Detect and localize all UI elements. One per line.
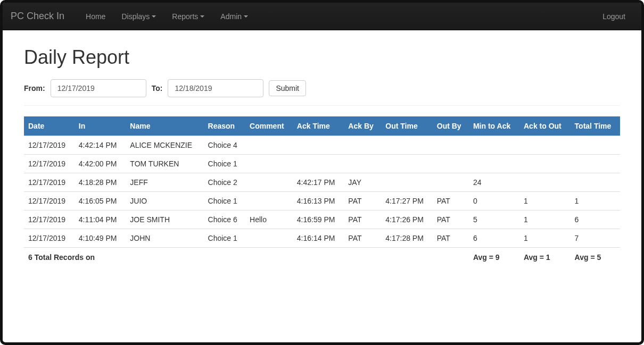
- cell-ack_time: [293, 155, 344, 173]
- cell-in: 4:10:49 PM: [75, 229, 126, 248]
- cell-total_time: 6: [571, 211, 620, 229]
- cell-ack_by: PAT: [344, 229, 381, 248]
- cell-out_time: [381, 173, 433, 192]
- cell-min_to_ack: 6: [469, 229, 519, 248]
- cell-min_to_ack: [469, 155, 519, 173]
- cell-reason: Choice 1: [204, 229, 246, 248]
- cell-comment: [245, 192, 293, 211]
- cell-ack_to_out: 1: [519, 211, 571, 229]
- table-header-row: DateInNameReasonCommentAck TimeAck ByOut…: [24, 116, 620, 136]
- page-title: Daily Report: [24, 46, 620, 69]
- cell-in: 4:11:04 PM: [75, 211, 126, 229]
- nav-link-displays[interactable]: Displays: [113, 4, 164, 29]
- nav-link-reports[interactable]: Reports: [164, 4, 212, 29]
- cell-comment: [245, 173, 293, 192]
- caret-down-icon: [152, 15, 156, 18]
- from-date-input[interactable]: [51, 79, 146, 97]
- cell-ack_time: 4:42:17 PM: [293, 173, 344, 192]
- navbar-brand[interactable]: PC Check In: [11, 3, 72, 30]
- navbar-left: PC Check In HomeDisplays Reports Admin: [11, 3, 256, 30]
- to-date-input[interactable]: [168, 79, 263, 97]
- cell-date: 12/17/2019: [24, 192, 75, 211]
- col-header: Ack to Out: [519, 116, 571, 136]
- cell-out_by: PAT: [433, 192, 469, 211]
- to-label: To:: [152, 84, 163, 92]
- cell-ack_by: PAT: [344, 211, 381, 229]
- table-row: 12/17/20194:10:49 PMJOHNChoice 14:16:14 …: [24, 229, 620, 248]
- cell-ack_to_out: 1: [519, 192, 571, 211]
- cell-ack_time: 4:16:59 PM: [293, 211, 344, 229]
- cell-date: 12/17/2019: [24, 229, 75, 248]
- col-header: Name: [126, 116, 203, 136]
- cell-out_time: 4:17:26 PM: [381, 211, 433, 229]
- cell-ack_time: [293, 136, 344, 155]
- cell-ack_by: [344, 136, 381, 155]
- cell-out_time: [381, 155, 433, 173]
- cell-reason: Choice 6: [204, 211, 246, 229]
- cell-reason: Choice 1: [204, 155, 246, 173]
- cell-name: JUIO: [126, 192, 203, 211]
- cell-date: 12/17/2019: [24, 211, 75, 229]
- cell-name: JEFF: [126, 173, 203, 192]
- col-header: In: [75, 116, 126, 136]
- cell-reason: Choice 2: [204, 173, 246, 192]
- cell-ack_time: 4:16:14 PM: [293, 229, 344, 248]
- divider: [24, 105, 620, 106]
- nav-link-admin[interactable]: Admin: [212, 4, 256, 29]
- cell-total_time: [571, 136, 620, 155]
- cell-ack_time: 4:16:13 PM: [293, 192, 344, 211]
- cell-name: JOE SMITH: [126, 211, 203, 229]
- date-filter-form: From: To: Submit: [24, 79, 620, 97]
- cell-ack_to_out: [519, 173, 571, 192]
- col-header: Total Time: [571, 116, 620, 136]
- table-row: 12/17/20194:42:14 PMALICE MCKENZIEChoice…: [24, 136, 620, 155]
- col-header: Ack Time: [293, 116, 344, 136]
- col-header: Reason: [204, 116, 246, 136]
- cell-total_time: [571, 173, 620, 192]
- cell-name: ALICE MCKENZIE: [126, 136, 203, 155]
- nav-link-home[interactable]: Home: [78, 4, 113, 29]
- cell-out_by: PAT: [433, 229, 469, 248]
- cell-name: TOM TURKEN: [126, 155, 203, 173]
- from-label: From:: [24, 84, 45, 92]
- cell-comment: Hello: [245, 211, 293, 229]
- cell-out_time: [381, 136, 433, 155]
- footer-avg-total-time: Avg = 5: [571, 248, 620, 267]
- cell-total_time: 7: [571, 229, 620, 248]
- submit-button[interactable]: Submit: [269, 80, 306, 96]
- footer-avg-min-to-ack: Avg = 9: [469, 248, 519, 267]
- cell-ack_to_out: [519, 136, 571, 155]
- cell-date: 12/17/2019: [24, 155, 75, 173]
- col-header: Out By: [433, 116, 469, 136]
- navbar: PC Check In HomeDisplays Reports Admin L…: [3, 3, 641, 30]
- nav-links: HomeDisplays Reports Admin: [78, 4, 256, 29]
- cell-comment: [245, 136, 293, 155]
- cell-out_time: 4:17:28 PM: [381, 229, 433, 248]
- table-row: 12/17/20194:42:00 PMTOM TURKENChoice 1: [24, 155, 620, 173]
- col-header: Date: [24, 116, 75, 136]
- cell-out_time: 4:17:27 PM: [381, 192, 433, 211]
- cell-min_to_ack: [469, 136, 519, 155]
- cell-total_time: [571, 155, 620, 173]
- cell-out_by: [433, 136, 469, 155]
- cell-ack_to_out: [519, 155, 571, 173]
- cell-ack_by: JAY: [344, 173, 381, 192]
- logout-link[interactable]: Logout: [595, 4, 633, 29]
- table-row: 12/17/20194:11:04 PMJOE SMITHChoice 6Hel…: [24, 211, 620, 229]
- col-header: Out Time: [381, 116, 433, 136]
- report-table: DateInNameReasonCommentAck TimeAck ByOut…: [24, 116, 620, 267]
- caret-down-icon: [200, 15, 204, 18]
- footer-summary: 6 Total Records on: [24, 248, 469, 267]
- cell-date: 12/17/2019: [24, 136, 75, 155]
- footer-avg-ack-to-out: Avg = 1: [519, 248, 571, 267]
- caret-down-icon: [244, 15, 248, 18]
- content: Daily Report From: To: Submit DateInName…: [3, 30, 641, 277]
- col-header: Min to Ack: [469, 116, 519, 136]
- col-header: Ack By: [344, 116, 381, 136]
- cell-in: 4:42:00 PM: [75, 155, 126, 173]
- table-row: 12/17/20194:16:05 PMJUIOChoice 14:16:13 …: [24, 192, 620, 211]
- col-header: Comment: [245, 116, 293, 136]
- cell-name: JOHN: [126, 229, 203, 248]
- cell-comment: [245, 229, 293, 248]
- cell-comment: [245, 155, 293, 173]
